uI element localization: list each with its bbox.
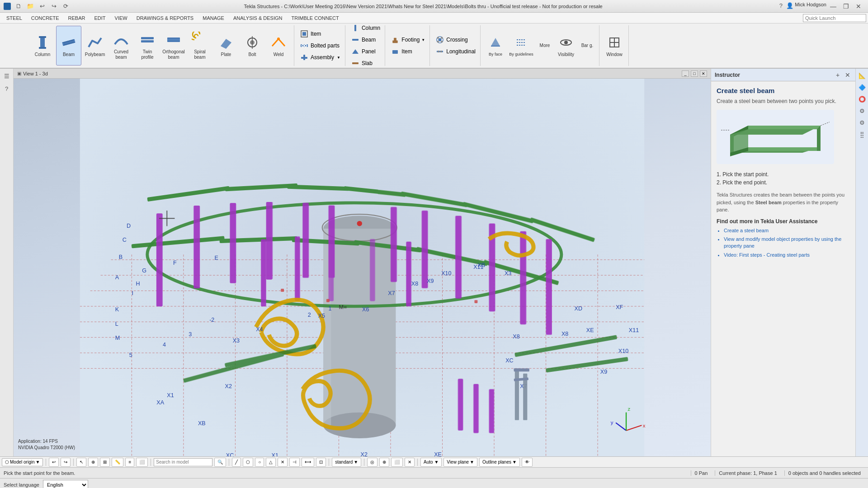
new-icon[interactable]: 🗋 [14,2,23,10]
snap-mode-btn-2[interactable]: ⊕ [379,458,389,467]
undo-icon[interactable]: ↩ [38,2,46,10]
menu-analysis[interactable]: ANALYSIS & DESIGN [229,14,287,22]
open-icon[interactable]: 📁 [26,2,34,10]
link-create-beam[interactable]: Create a steel beam [724,227,850,234]
column-dropdown-row[interactable]: Column [349,23,382,33]
window-button[interactable]: Window [603,30,626,61]
menu-steel[interactable]: STEEL [2,14,27,22]
view-plane-btn[interactable]: View plane ▼ [443,458,477,467]
visibility-button[interactable]: Visibility [555,30,577,61]
link-video-steel[interactable]: Video: First steps - Creating steel part… [724,252,850,258]
select-btn[interactable]: ↖ [76,458,86,467]
draw-square-btn[interactable]: ⬜ [391,458,403,467]
draw-btn-5[interactable]: ✕ [278,458,288,467]
close-button[interactable]: ✕ [853,2,864,11]
panel-add-btn[interactable]: + [834,71,842,79]
draw-btn-6[interactable]: ⊣ [289,458,300,467]
strip-btn-1[interactable]: 📐 [857,70,867,80]
language-select[interactable]: English Finnish German French Spanish [43,480,88,488]
redo-toolbar-btn[interactable]: ↪ [61,458,71,467]
slab-row[interactable]: Slab [349,58,382,69]
strip-btn-2[interactable]: 🔷 [857,82,867,92]
refresh-icon[interactable]: ⟳ [61,2,70,10]
draw-btn-2[interactable]: ⬡ [243,458,253,467]
assembly-row[interactable]: Assembly ▼ [298,52,342,63]
list-btn[interactable]: ≡ [125,458,134,467]
footing-item-row[interactable]: Item [389,46,427,57]
snap-mode-btn[interactable]: ◎ [367,458,377,467]
menu-drawings[interactable]: DRAWINGS & REPORTS [132,14,198,22]
svg-text:X3: X3 [233,338,240,344]
menu-edit[interactable]: EDIT [90,14,110,22]
menu-view[interactable]: VIEW [110,14,132,22]
user-icon[interactable]: 👤 [786,2,794,10]
strip-btn-3[interactable]: ⭕ [857,94,867,104]
standard-btn[interactable]: standard ▼ [332,458,361,467]
panel-close-btn[interactable]: ✕ [844,71,852,79]
svg-point-35 [437,41,439,42]
crossing-row[interactable]: Crossing [434,34,477,45]
bolted-parts-row[interactable]: Bolted parts [298,40,342,51]
weld-button[interactable]: Weld [266,26,291,66]
viewport-maximize[interactable]: □ [691,70,698,77]
polybeam-button[interactable]: Polybeam [82,26,108,66]
menu-rebar[interactable]: REBAR [64,14,90,22]
strip-btn-5[interactable]: ⚙ [857,117,867,127]
menu-trimble[interactable]: TRIMBLE CONNECT [287,14,344,22]
undo-toolbar-btn[interactable]: ↩ [49,458,59,467]
panel-row[interactable]: Panel [349,46,382,57]
menu-manage[interactable]: MANAGE [198,14,229,22]
zoom-auto-btn[interactable]: Auto ▼ [420,458,442,467]
search-model-btn[interactable]: 🔍 [214,458,226,467]
help-icon[interactable]: ? [777,2,785,10]
viewport-minimize[interactable]: _ [682,70,689,77]
minimize-button[interactable]: — [827,2,839,11]
footing-row[interactable]: Footing ▼ [389,34,427,45]
sidebar-expand-btn[interactable]: ? [1,83,12,94]
redo-icon[interactable]: ↪ [50,2,58,10]
view-btn[interactable]: ⬜ [136,458,148,467]
item-row[interactable]: Item [298,28,342,39]
link-modify-properties[interactable]: View and modify model object properties … [724,236,850,250]
grid-btn[interactable]: ⊞ [100,458,110,467]
beam-button[interactable]: Beam [56,26,81,66]
more-button[interactable]: More [536,30,554,61]
bolted-parts-icon [300,41,309,50]
draw-btn-1[interactable]: ╱ [232,458,241,467]
restore-button[interactable]: ❐ [840,2,852,11]
viewport-close[interactable]: ✕ [700,70,707,77]
draw-x-btn[interactable]: ✕ [405,458,415,467]
svg-rect-163 [281,289,284,292]
plate-button[interactable]: Plate [213,26,239,66]
twin-profile-button[interactable]: Twin profile [135,26,160,66]
draw-btn-7[interactable]: ⟷ [302,458,314,467]
strip-btn-6[interactable]: ⣿ [857,129,867,139]
beam-dropdown-row[interactable]: Beam [349,34,382,45]
strip-btn-4[interactable]: ⚙ [857,106,867,116]
search-model-input[interactable] [154,458,212,466]
sidebar-menu-btn[interactable]: ☰ [1,70,12,81]
bar-button[interactable]: Bar g. [578,30,596,61]
spiral-beam-button[interactable]: Spiral beam [187,26,212,66]
snap-btn[interactable]: ⊕ [88,458,98,467]
outline-planes-btn[interactable]: Outline planes ▼ [479,458,520,467]
panel-icon [351,47,360,56]
draw-btn-3[interactable]: ○ [255,458,264,467]
svg-text:G: G [142,267,146,274]
measure-btn[interactable]: 📏 [112,458,123,467]
column-button[interactable]: Column [30,26,55,66]
longitudinal-row[interactable]: Longitudinal [434,46,477,57]
curved-beam-button[interactable]: Curved beam [108,26,134,66]
quick-launch-input[interactable] [803,14,866,22]
eye-btn[interactable]: 👁 [522,458,533,467]
draw-btn-4[interactable]: △ [266,458,276,467]
model-origin-button[interactable]: ⬡ Model origin ▼ [2,458,43,466]
ortho-beam-button[interactable]: Orthogonal beam [161,26,186,66]
svg-text:X10: X10 [618,348,628,354]
3d-viewport[interactable]: A B C D E F G H I K L M 1 2 -2 3 [14,79,711,456]
by-face-button[interactable]: By face [484,30,507,61]
by-guidelines-button[interactable]: By guidelines [508,30,535,61]
bolt-button[interactable]: Bolt [240,26,265,66]
draw-btn-8[interactable]: ⊡ [316,458,326,467]
menu-concrete[interactable]: CONCRETE [27,14,64,22]
